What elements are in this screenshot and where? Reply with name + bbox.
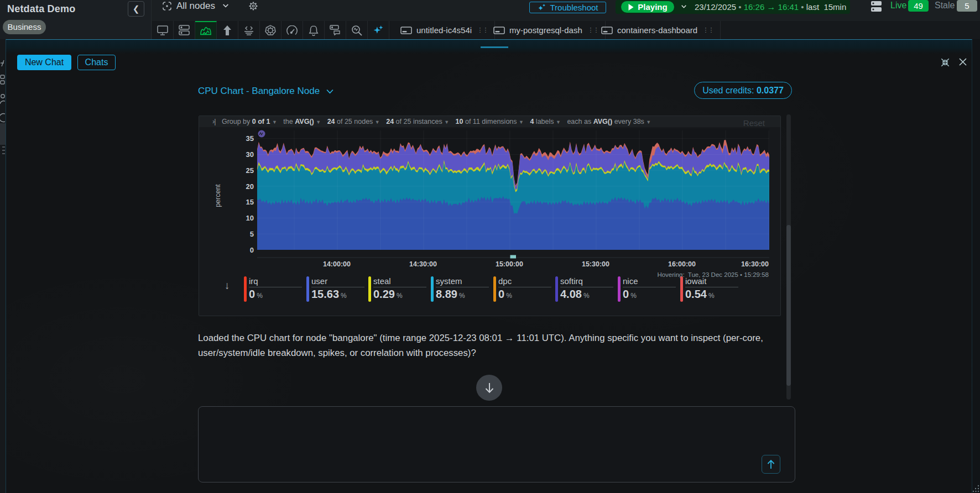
svg-text:16:00:00: 16:00:00: [668, 260, 696, 268]
svg-text:10: 10: [246, 214, 254, 222]
svg-text:25: 25: [246, 166, 254, 175]
svg-text:14:00:00: 14:00:00: [323, 260, 351, 268]
svg-text:15:00:00: 15:00:00: [496, 260, 523, 268]
svg-text:0: 0: [250, 246, 254, 254]
svg-text:14:30:00: 14:30:00: [409, 260, 437, 268]
svg-text:30: 30: [246, 150, 254, 159]
svg-text:15: 15: [246, 198, 254, 206]
svg-text:percent: percent: [214, 184, 222, 207]
svg-text:35: 35: [246, 134, 254, 143]
svg-text:16:30:00: 16:30:00: [741, 260, 769, 268]
svg-text:5: 5: [250, 230, 254, 238]
svg-text:20: 20: [246, 182, 254, 191]
svg-text:15:30:00: 15:30:00: [582, 260, 609, 268]
